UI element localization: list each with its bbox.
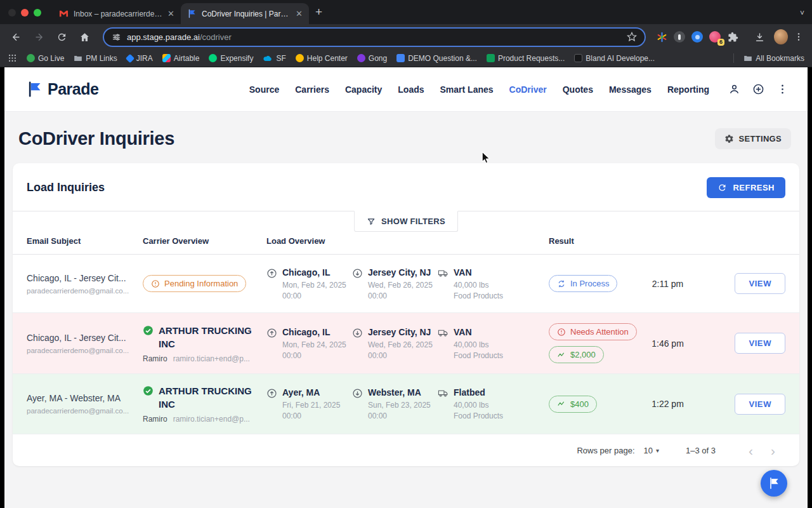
nav-reporting[interactable]: Reporting (667, 84, 709, 95)
rate-zigzag-icon (557, 351, 566, 359)
parade-logo[interactable]: Parade (26, 80, 98, 98)
reload-icon (56, 32, 67, 43)
tune-icon (112, 32, 121, 42)
window-zoom-button[interactable] (34, 9, 41, 17)
downloads-button[interactable] (752, 30, 766, 44)
filter-funnel-icon (367, 217, 376, 226)
alert-icon (151, 279, 160, 288)
reload-button[interactable] (52, 27, 71, 46)
table-row[interactable]: Chicago, IL - Jersey Cit... paradecarrie… (13, 255, 799, 313)
tab-close-icon[interactable]: ✕ (167, 9, 174, 18)
column-result: Result (549, 236, 638, 246)
destination-arrow-down-icon (352, 388, 363, 399)
bookmark-help-center[interactable]: Help Center (296, 54, 348, 63)
destination-arrow-down-icon (352, 268, 363, 279)
column-load-overview: Load Overview (266, 236, 352, 246)
card-header: Load Inquiries REFRESH (13, 163, 799, 211)
nav-source[interactable]: Source (249, 84, 279, 95)
view-button[interactable]: VIEW (735, 273, 785, 294)
tab-search-chevron-icon[interactable]: ˅ (800, 9, 804, 18)
show-filters-button[interactable]: SHOW FILTERS (354, 211, 458, 232)
expensify-icon (209, 54, 217, 62)
bookmark-jira[interactable]: JIRA (127, 54, 153, 63)
carrier-contact: Ramiro ramiro.tician+end@p... (143, 415, 266, 424)
nav-capacity[interactable]: Capacity (345, 84, 382, 95)
home-icon (79, 32, 90, 43)
pagination-range: 1–3 of 3 (686, 446, 716, 455)
refresh-button[interactable]: REFRESH (707, 177, 785, 198)
google-sheets-icon (487, 54, 495, 62)
tab-codriver-inquiries[interactable]: CoDriver Inquiries | Parade ✕ (181, 3, 309, 24)
home-button[interactable] (75, 27, 94, 46)
result-cell: In Process (549, 275, 638, 292)
destination-cell: Webster, MASun, Feb 23, 202500:00 (352, 387, 438, 420)
view-button[interactable]: VIEW (735, 394, 785, 415)
table-row[interactable]: Chicago, IL - Jersey Cit... paradecarrie… (13, 313, 799, 374)
browser-tab-strip: Inbox – paradecarrierdemo@ ✕ CoDriver In… (0, 0, 812, 24)
bland-ai-icon (574, 54, 582, 62)
window-minimize-button[interactable] (21, 9, 29, 17)
load-inquiries-card: Load Inquiries REFRESH SHOW FILTERS Emai… (13, 163, 799, 466)
nav-messages[interactable]: Messages (609, 84, 652, 95)
tab-close-icon[interactable]: ✕ (296, 9, 303, 18)
bookmark-demo-question[interactable]: DEMO Question &... (396, 54, 477, 63)
window-close-button[interactable] (8, 9, 16, 17)
gear-icon (724, 134, 734, 144)
refresh-icon (717, 183, 727, 192)
bookmark-star-icon[interactable] (627, 32, 637, 42)
settings-button[interactable]: SETTINGS (715, 128, 791, 149)
browser-menu-button[interactable] (792, 30, 806, 44)
bookmark-product-requests[interactable]: Product Requests... (487, 54, 565, 63)
rows-per-page-select[interactable]: 10 ▾ (644, 446, 660, 455)
header-action-icons (728, 83, 789, 95)
tab-gmail-inbox[interactable]: Inbox – paradecarrierdemo@ ✕ (53, 3, 181, 24)
nav-quotes[interactable]: Quotes (563, 84, 593, 95)
extension-blue-icon[interactable] (690, 30, 704, 44)
bookmark-salesforce[interactable]: SF (263, 54, 285, 63)
address-bar[interactable]: app.stage.parade.ai/codriver (103, 27, 646, 47)
parade-pennant-icon (768, 477, 780, 490)
table-row[interactable]: Ayer, MA - Webster, MA paradecarrierdemo… (13, 374, 799, 434)
url-text[interactable]: app.stage.parade.ai/codriver (127, 32, 621, 42)
parade-assistant-fab[interactable] (761, 470, 787, 497)
alert-icon (557, 328, 566, 337)
extension-colorful-icon[interactable] (655, 30, 669, 44)
all-bookmarks-button[interactable]: All Bookmarks (743, 54, 804, 63)
brand-name: Parade (48, 80, 98, 98)
extension-dark-icon[interactable] (672, 30, 686, 44)
bookmark-expensify[interactable]: Expensify (209, 54, 253, 63)
bookmark-folder-pm-links[interactable]: PM Links (74, 54, 117, 63)
nav-smart-lanes[interactable]: Smart Lanes (440, 84, 494, 95)
origin-cell: Ayer, MAFri, Feb 21, 202500:00 (266, 387, 352, 420)
email-subject-cell: Ayer, MA - Webster, MA paradecarrierdemo… (27, 393, 143, 415)
forward-button[interactable] (29, 27, 48, 46)
sync-icon (557, 279, 566, 288)
view-button[interactable]: VIEW (735, 333, 785, 354)
nav-loads[interactable]: Loads (398, 84, 424, 95)
bookmark-airtable[interactable]: Airtable (162, 54, 200, 63)
next-page-button[interactable]: › (762, 444, 784, 457)
extensions-puzzle-icon[interactable] (726, 30, 740, 44)
destination-cell: Jersey City, NJWed, Feb 26, 202500:00 (352, 267, 438, 300)
profile-avatar[interactable] (774, 30, 788, 44)
salesforce-cloud-icon (263, 55, 273, 62)
previous-page-button[interactable]: ‹ (740, 444, 762, 457)
back-button[interactable] (6, 27, 25, 46)
nav-carriers[interactable]: Carriers (295, 84, 329, 95)
add-circle-icon[interactable] (752, 83, 764, 95)
bookmark-bland-ai[interactable]: Bland AI Develope... (574, 54, 655, 63)
bookmark-go-live[interactable]: Go Live (27, 54, 64, 63)
carrier-cell: ARTHUR TRUCKING INC Ramiro ramiro.tician… (143, 384, 266, 424)
bookmark-gong[interactable]: Gong (357, 54, 387, 63)
filter-bar: SHOW FILTERS (13, 211, 799, 234)
carrier-contact: Ramiro ramiro.tician+end@p... (143, 354, 266, 363)
extension-pink-badge-icon[interactable]: 6 (708, 30, 722, 44)
received-time: 1:46 pm (638, 338, 698, 349)
new-tab-button[interactable]: + (315, 5, 322, 19)
more-vertical-icon[interactable] (776, 83, 789, 95)
nav-codriver[interactable]: CoDriver (509, 84, 547, 95)
google-docs-icon (396, 54, 405, 62)
apps-grid-icon[interactable] (8, 53, 17, 63)
table-header: Email Subject Carrier Overview Load Over… (13, 234, 799, 255)
user-icon[interactable] (728, 83, 740, 95)
